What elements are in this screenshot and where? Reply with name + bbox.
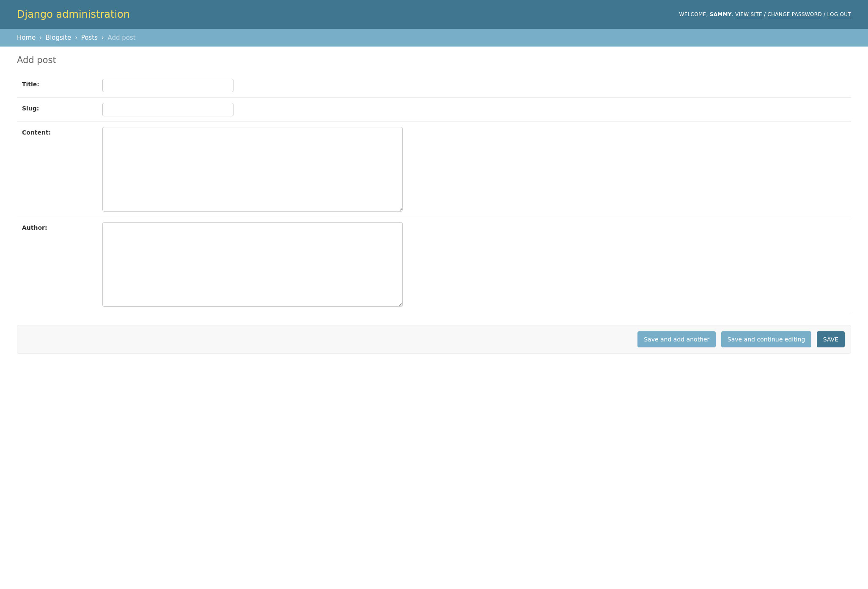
breadcrumb-sep: ›	[73, 34, 79, 41]
slug-input[interactable]	[102, 103, 233, 116]
header: Django administration WELCOME, SAMMY. VI…	[0, 0, 868, 29]
author-label: Author:	[22, 222, 102, 231]
form-row-author: Author:	[17, 217, 851, 312]
breadcrumb-home[interactable]: Home	[17, 34, 36, 41]
form-row-title: Title:	[17, 74, 851, 98]
breadcrumb-sep: ›	[100, 34, 106, 41]
author-textarea[interactable]	[102, 222, 403, 307]
change-password-link[interactable]: CHANGE PASSWORD	[767, 11, 822, 18]
breadcrumb-sep: ›	[38, 34, 44, 41]
user-tools-sep: /	[762, 11, 768, 17]
form-row-slug: Slug:	[17, 98, 851, 122]
log-out-link[interactable]: LOG OUT	[827, 11, 851, 18]
breadcrumb-current: Add post	[107, 34, 135, 41]
submit-row: Save and add another Save and continue e…	[17, 325, 851, 354]
breadcrumb: Home › Blogsite › Posts › Add post	[0, 29, 868, 47]
branding: Django administration	[17, 8, 130, 20]
username: SAMMY	[710, 11, 732, 17]
content-label: Content:	[22, 127, 102, 136]
page-title: Add post	[17, 55, 851, 65]
form-module: Title: Slug: Content: Author:	[17, 74, 851, 312]
breadcrumb-app[interactable]: Blogsite	[46, 34, 71, 41]
title-label: Title:	[22, 79, 102, 88]
content: Add post Title: Slug: Content: Author: S…	[0, 47, 868, 362]
view-site-link[interactable]: VIEW SITE	[735, 11, 762, 18]
save-continue-button[interactable]: Save and continue editing	[721, 331, 811, 347]
save-button[interactable]: SAVE	[817, 331, 845, 347]
content-textarea[interactable]	[102, 127, 403, 212]
welcome-period: .	[732, 11, 735, 17]
user-tools-sep: /	[822, 11, 827, 17]
breadcrumb-model[interactable]: Posts	[81, 34, 98, 41]
site-title: Django administration	[17, 8, 130, 20]
user-tools: WELCOME, SAMMY. VIEW SITE / CHANGE PASSW…	[679, 11, 852, 17]
save-add-another-button[interactable]: Save and add another	[637, 331, 716, 347]
title-input[interactable]	[102, 79, 233, 92]
slug-label: Slug:	[22, 103, 102, 112]
welcome-prefix: WELCOME,	[679, 11, 710, 17]
form-row-content: Content:	[17, 122, 851, 217]
